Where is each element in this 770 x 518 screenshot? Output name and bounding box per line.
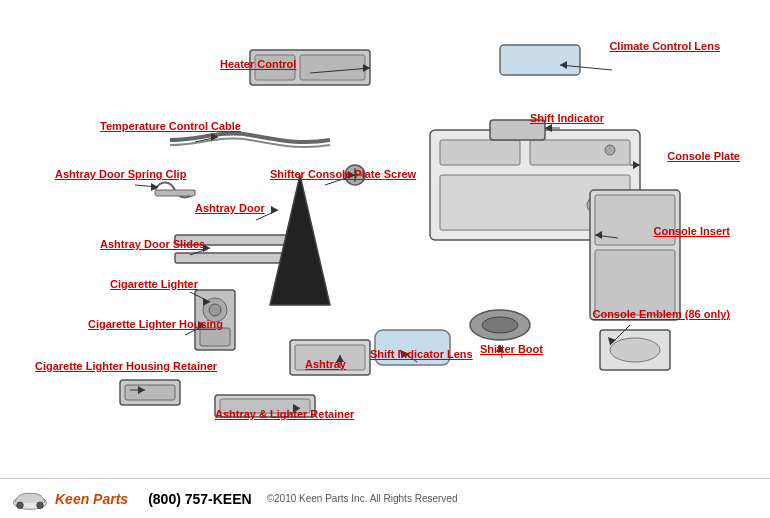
label-shift-indicator-lens[interactable]: Shift Indicator Lens [370, 348, 473, 361]
svg-point-12 [610, 338, 660, 362]
label-console-plate[interactable]: Console Plate [667, 150, 740, 163]
label-climate-control-lens[interactable]: Climate Control Lens [609, 40, 720, 53]
svg-point-33 [209, 304, 221, 316]
svg-rect-22 [300, 55, 365, 80]
label-console-insert[interactable]: Console Insert [654, 225, 730, 238]
label-ashtray-door-slides[interactable]: Ashtray Door Slides [100, 238, 205, 251]
svg-point-75 [17, 502, 24, 509]
logo-car-icon [10, 484, 50, 514]
svg-rect-36 [125, 385, 175, 400]
svg-rect-2 [440, 140, 520, 165]
diagram-container: Climate Control Lens Heater Control Shif… [0, 0, 770, 518]
label-console-emblem[interactable]: Console Emblem (86 only) [592, 308, 730, 321]
label-cigarette-lighter-housing[interactable]: Cigarette Lighter Housing [88, 318, 223, 331]
diagram-svg [0, 0, 770, 518]
svg-rect-30 [155, 190, 195, 196]
label-ashtray-lighter-retainer[interactable]: Ashtray & Lighter Retainer [215, 408, 354, 421]
svg-point-5 [605, 145, 615, 155]
svg-point-76 [37, 502, 44, 509]
svg-rect-3 [530, 140, 630, 165]
label-cigarette-lighter[interactable]: Cigarette Lighter [110, 278, 198, 291]
label-ashtray-door-spring-clip[interactable]: Ashtray Door Spring Clip [55, 168, 186, 181]
label-shifter-console-plate-screw[interactable]: Shifter Console Plate Screw [270, 168, 416, 181]
label-ashtray-door[interactable]: Ashtray Door [195, 202, 265, 215]
svg-point-14 [482, 317, 518, 333]
footer-copyright: ©2010 Keen Parts Inc. All Rights Reserve… [267, 493, 458, 504]
label-temp-control-cable[interactable]: Temperature Control Cable [100, 120, 241, 133]
label-cigarette-lighter-housing-retainer[interactable]: Cigarette Lighter Housing Retainer [35, 360, 217, 373]
label-shift-indicator[interactable]: Shift Indicator [530, 112, 604, 125]
svg-rect-10 [595, 250, 675, 315]
label-shifter-boot[interactable]: Shifter Boot [480, 343, 543, 356]
label-ashtray[interactable]: Ashtray [305, 358, 346, 371]
svg-rect-23 [500, 45, 580, 75]
footer-phone: (800) 757-KEEN [148, 491, 252, 507]
label-heater-control[interactable]: Heater Control [220, 58, 296, 71]
footer-logo-text: Keen Parts [55, 491, 128, 507]
footer: Keen Parts (800) 757-KEEN ©2010 Keen Par… [0, 478, 770, 518]
